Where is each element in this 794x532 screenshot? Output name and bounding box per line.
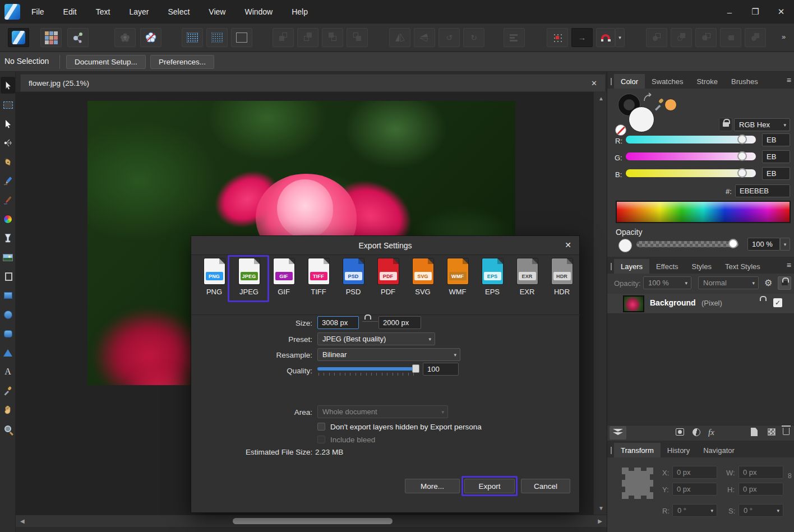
layer-thumbnail[interactable]: [623, 295, 644, 312]
layer-opacity-dropdown[interactable]: 100 % ▾: [643, 276, 691, 289]
anchor-bottom-left[interactable]: [622, 492, 629, 499]
anchor-mid-left[interactable]: [622, 480, 629, 487]
anchor-mid-right[interactable]: [647, 480, 653, 487]
panel-menu-icon[interactable]: ≡: [787, 76, 791, 85]
opacity-slider-knob[interactable]: [728, 239, 738, 248]
snapping-grid-button[interactable]: [547, 28, 568, 47]
dialog-close-icon[interactable]: ✕: [565, 240, 571, 249]
tool-rounded-rectangle[interactable]: [1, 325, 15, 342]
tool-shapes[interactable]: [1, 344, 15, 361]
fill-color-well[interactable]: [629, 107, 654, 132]
document-tab-close-icon[interactable]: ✕: [591, 79, 597, 87]
tab-stroke[interactable]: Stroke: [690, 74, 724, 89]
format-hdr[interactable]: HDRHDR: [544, 258, 579, 312]
format-gif[interactable]: GIFGIF: [266, 258, 301, 312]
x-input[interactable]: [672, 466, 717, 479]
format-psd[interactable]: PSDPSD: [336, 258, 371, 312]
panel-drag-handle[interactable]: [611, 447, 612, 454]
format-svg[interactable]: SVGSVG: [405, 258, 440, 312]
tab-navigator[interactable]: Navigator: [696, 443, 741, 457]
menu-text[interactable]: Text: [96, 7, 110, 16]
size-width-input[interactable]: [317, 316, 359, 329]
anchor-top-left[interactable]: [622, 468, 629, 474]
tab-text-styles[interactable]: Text Styles: [718, 259, 767, 274]
opacity-slider-track[interactable]: [636, 241, 738, 247]
move-to-back-button-disabled[interactable]: [347, 28, 368, 47]
blue-value-input[interactable]: [762, 167, 790, 180]
tab-effects[interactable]: Effects: [649, 259, 685, 274]
format-pdf[interactable]: PDFPDF: [371, 258, 405, 312]
pixel-persona-button[interactable]: [40, 28, 62, 47]
format-wmf[interactable]: WMFWMF: [440, 258, 475, 312]
blend-gear-icon[interactable]: ⚙: [764, 277, 772, 288]
move-backward-button-disabled[interactable]: [322, 28, 343, 47]
opacity-value[interactable]: 100 %: [747, 238, 780, 251]
tab-layers[interactable]: Layers: [614, 259, 649, 274]
insertion-mode-button[interactable]: →: [571, 28, 593, 47]
delete-layer-button[interactable]: [783, 428, 790, 435]
wh-link-icon[interactable]: 8: [788, 472, 792, 480]
blue-slider-knob[interactable]: [737, 168, 747, 178]
tool-pen[interactable]: [1, 154, 15, 170]
anchor-top-right[interactable]: [647, 468, 653, 474]
tab-transform[interactable]: Transform: [614, 443, 661, 457]
new-pixel-layer-button[interactable]: [768, 428, 775, 436]
menu-edit[interactable]: Edit: [63, 7, 77, 16]
y-input[interactable]: [672, 483, 717, 496]
rotate-ccw-button-disabled[interactable]: ↺: [438, 28, 460, 47]
size-height-input[interactable]: [378, 316, 421, 329]
menu-select[interactable]: Select: [168, 7, 190, 16]
snap-grid-button[interactable]: [206, 28, 228, 47]
green-slider-knob[interactable]: [737, 151, 747, 161]
area-dropdown-disabled[interactable]: Whole document ▾: [317, 405, 448, 418]
color-lock-button[interactable]: [719, 118, 732, 131]
tab-color[interactable]: Color: [614, 74, 645, 89]
panel-menu-icon[interactable]: ≡: [787, 261, 791, 270]
w-input[interactable]: [738, 466, 783, 479]
scroll-up-arrow[interactable]: ▲: [598, 95, 604, 101]
layer-lock-button[interactable]: [778, 276, 791, 290]
tool-move[interactable]: [1, 77, 15, 94]
menu-window[interactable]: Window: [244, 7, 273, 16]
blend-mode-dropdown[interactable]: Normal ▾: [698, 276, 759, 289]
tool-point-transform[interactable]: [1, 135, 15, 151]
blue-slider-track[interactable]: [626, 169, 756, 177]
more-button[interactable]: More...: [405, 479, 460, 493]
anchor-bottom-center[interactable]: [634, 492, 641, 499]
tool-crop[interactable]: [1, 268, 15, 285]
format-eps[interactable]: EPSEPS: [475, 258, 510, 312]
color-spectrum[interactable]: [616, 201, 791, 223]
format-tiff[interactable]: TIFFTIFF: [301, 258, 336, 312]
rotate-cw-button-disabled[interactable]: ↻: [463, 28, 484, 47]
place-decoration-button-disabled[interactable]: [114, 28, 136, 47]
red-slider-track[interactable]: [626, 136, 756, 144]
tool-color-picker[interactable]: [1, 382, 15, 399]
boolean-subtract-button-disabled[interactable]: [671, 28, 692, 47]
flip-vertical-button-disabled[interactable]: [414, 28, 435, 47]
tool-text[interactable]: A: [1, 363, 15, 380]
tool-fill-gradient[interactable]: [1, 211, 15, 228]
rotation-dropdown[interactable]: 0 ° ▾: [672, 504, 717, 517]
move-to-front-button-disabled[interactable]: [273, 28, 294, 47]
artboard-grid-button[interactable]: [231, 28, 252, 47]
layer-stack-button[interactable]: [610, 426, 626, 440]
tool-node[interactable]: [1, 115, 15, 132]
tab-brushes[interactable]: Brushes: [724, 74, 765, 89]
include-bleed-checkbox-disabled[interactable]: [317, 436, 325, 443]
shear-dropdown[interactable]: 0 ° ▾: [738, 504, 783, 517]
menu-layer[interactable]: Layer: [129, 7, 149, 16]
close-button[interactable]: ✕: [768, 0, 794, 24]
horizontal-scroll-thumb[interactable]: [233, 518, 393, 524]
quality-slider-knob[interactable]: [412, 364, 419, 373]
opacity-caret-button[interactable]: ▾: [780, 238, 790, 251]
tab-styles[interactable]: Styles: [685, 259, 718, 274]
flip-horizontal-button-disabled[interactable]: [389, 28, 410, 47]
scroll-down-arrow[interactable]: ▼: [598, 505, 604, 511]
tab-history[interactable]: History: [661, 443, 696, 457]
preset-dropdown[interactable]: JPEG (Best quality) ▾: [317, 332, 435, 345]
boolean-combine-button-disabled[interactable]: [745, 28, 766, 47]
layer-visibility-checkbox[interactable]: ✓: [773, 298, 782, 307]
scroll-left-arrow[interactable]: ◀: [20, 518, 25, 524]
recent-color-swatch[interactable]: [664, 99, 677, 111]
red-value-input[interactable]: [762, 133, 790, 146]
